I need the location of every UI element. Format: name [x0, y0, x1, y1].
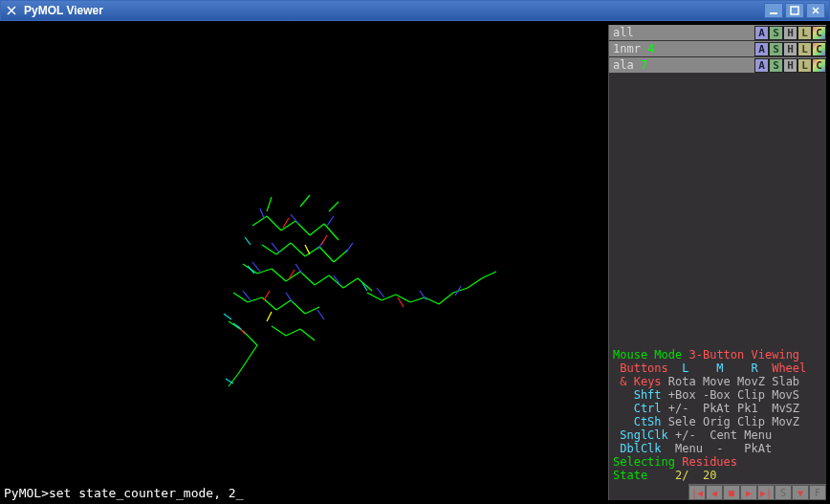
molecule-render	[176, 159, 520, 427]
svg-line-7	[324, 224, 339, 240]
svg-line-2	[252, 216, 267, 226]
panel-spacer	[609, 74, 826, 346]
svg-line-67	[264, 291, 270, 300]
svg-line-49	[260, 208, 264, 218]
svg-line-41	[425, 297, 439, 304]
object-name: 1nmr	[613, 42, 641, 55]
svg-line-35	[286, 329, 300, 336]
action-L-button[interactable]: L	[797, 42, 812, 56]
object-action-buttons: A S H L C	[754, 42, 826, 56]
side-panel: all A S H L C 1nmr 4 A S H L	[608, 25, 826, 500]
svg-line-34	[272, 326, 286, 336]
svg-line-10	[291, 243, 305, 256]
action-H-button[interactable]: H	[783, 26, 797, 40]
svg-line-51	[327, 216, 334, 226]
svg-line-45	[482, 272, 496, 278]
object-name: ala	[613, 58, 634, 72]
svg-line-16	[272, 269, 286, 281]
svg-line-3	[267, 216, 281, 230]
svg-line-61	[377, 288, 384, 297]
svg-line-52	[272, 243, 279, 252]
svg-line-31	[248, 345, 257, 360]
svg-rect-0	[770, 12, 777, 14]
action-C-button[interactable]: C	[812, 58, 826, 73]
command-line[interactable]: PyMOL>set state_counter_mode, 2_	[4, 485, 826, 500]
svg-line-30	[243, 331, 257, 345]
cmdline-prompt: PyMOL>	[4, 486, 49, 500]
svg-line-26	[276, 300, 291, 310]
svg-line-9	[276, 243, 291, 254]
svg-line-4	[281, 221, 295, 230]
app-icon	[5, 4, 18, 17]
svg-line-22	[358, 278, 372, 291]
molecule-viewer[interactable]	[4, 25, 608, 500]
svg-line-6	[310, 224, 324, 235]
svg-line-36	[300, 329, 315, 340]
action-A-button[interactable]: A	[754, 42, 769, 56]
action-L-button[interactable]: L	[797, 58, 812, 73]
minimize-button[interactable]	[764, 3, 783, 18]
svg-line-74	[245, 237, 251, 245]
svg-line-37	[367, 293, 382, 300]
object-state-num: 7	[641, 58, 647, 72]
svg-line-65	[321, 235, 327, 245]
window-title: PyMOL Viewer	[24, 4, 764, 17]
window-controls	[764, 3, 825, 18]
svg-line-71	[267, 312, 272, 321]
svg-line-75	[248, 266, 254, 274]
action-L-button[interactable]: L	[797, 26, 812, 40]
svg-line-13	[334, 250, 348, 262]
svg-line-20	[329, 275, 343, 288]
object-name: all	[613, 26, 754, 39]
svg-line-60	[317, 310, 324, 319]
svg-line-72	[233, 323, 241, 329]
svg-line-33	[229, 374, 238, 386]
close-button[interactable]	[806, 3, 825, 18]
action-S-button[interactable]: S	[769, 42, 783, 56]
svg-line-42	[439, 293, 453, 304]
svg-line-55	[252, 262, 260, 272]
svg-line-47	[300, 195, 310, 207]
svg-rect-1	[791, 7, 798, 14]
svg-line-54	[346, 243, 353, 252]
svg-line-76	[224, 314, 231, 319]
svg-line-40	[410, 297, 425, 302]
object-row-all[interactable]: all A S H L C	[609, 25, 826, 41]
mouse-help-panel: Mouse Mode 3-Button Viewing Buttons L M …	[609, 346, 826, 484]
action-A-button[interactable]: A	[754, 26, 769, 40]
svg-line-46	[267, 197, 272, 211]
action-H-button[interactable]: H	[783, 58, 797, 73]
maximize-button[interactable]	[785, 3, 804, 18]
svg-line-32	[238, 360, 248, 374]
titlebar[interactable]: PyMOL Viewer	[0, 0, 830, 21]
action-S-button[interactable]: S	[769, 58, 783, 73]
svg-line-58	[243, 291, 251, 300]
svg-line-44	[468, 278, 482, 288]
svg-line-19	[315, 275, 329, 285]
svg-line-48	[329, 202, 339, 211]
svg-line-18	[300, 272, 315, 285]
app-window: PyMOL Viewer	[0, 0, 830, 504]
object-row-1nmr[interactable]: 1nmr 4 A S H L C	[609, 41, 826, 57]
svg-line-68	[398, 297, 404, 307]
object-state-num: 4	[647, 42, 654, 55]
action-C-button[interactable]: C	[812, 26, 826, 40]
svg-line-21	[343, 278, 358, 288]
action-S-button[interactable]: S	[769, 26, 783, 40]
svg-line-27	[291, 300, 305, 314]
action-C-button[interactable]: C	[812, 42, 826, 56]
object-row-ala[interactable]: ala 7 A S H L C	[609, 57, 826, 74]
content-area: all A S H L C 1nmr 4 A S H L	[0, 21, 830, 504]
svg-line-70	[305, 245, 310, 254]
svg-line-12	[319, 247, 334, 262]
action-A-button[interactable]: A	[754, 58, 769, 73]
action-H-button[interactable]: H	[783, 42, 797, 56]
svg-line-50	[291, 214, 298, 224]
cmdline-input[interactable]: set state_counter_mode, 2_	[49, 486, 244, 500]
object-action-buttons: A S H L C	[754, 58, 826, 73]
svg-line-43	[453, 288, 468, 293]
object-list: all A S H L C 1nmr 4 A S H L	[609, 25, 826, 74]
object-action-buttons: A S H L C	[754, 26, 826, 40]
